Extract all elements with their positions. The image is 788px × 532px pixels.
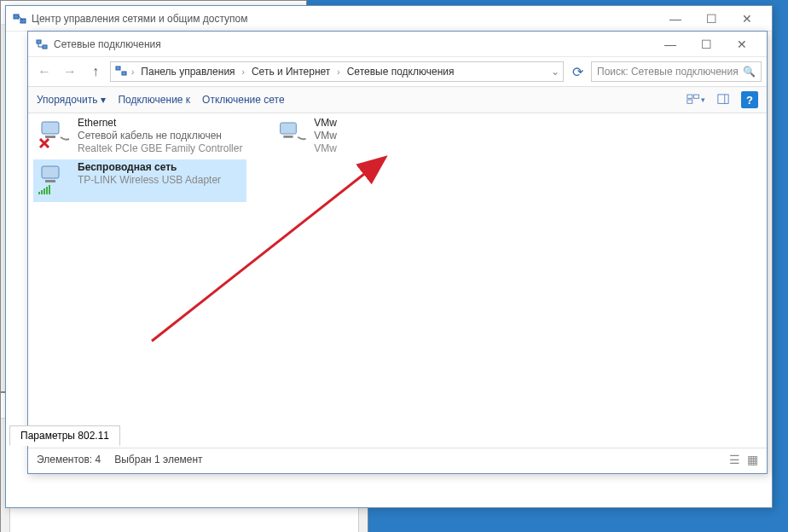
svg-rect-16	[42, 166, 59, 178]
item-status: VMw	[314, 130, 337, 142]
close-button[interactable]: ✕	[729, 7, 765, 31]
item-name: Ethernet	[78, 117, 243, 130]
svg-rect-4	[43, 45, 47, 49]
search-icon: 🔍	[743, 66, 756, 78]
svg-rect-14	[281, 123, 297, 134]
help-button[interactable]: ?	[741, 91, 758, 108]
back-button[interactable]: ←	[33, 61, 55, 83]
minimize-button[interactable]: —	[658, 7, 693, 31]
search-input[interactable]: Поиск: Сетевые подключения 🔍	[591, 61, 762, 82]
item-driver: Realtek PCIe GBE Family Controller	[78, 142, 243, 155]
breadcrumb-icon	[114, 64, 128, 80]
ethernet-disconnected-icon	[37, 117, 72, 153]
svg-rect-20	[43, 188, 45, 194]
chevron-right-icon: ›	[242, 67, 245, 77]
item-name: Беспроводная сеть	[78, 161, 243, 174]
svg-rect-21	[46, 187, 48, 194]
disable-device-button[interactable]: Отключение сете	[202, 94, 285, 106]
breadcrumb-part[interactable]: Панель управления	[137, 66, 238, 78]
network-center-icon	[13, 12, 26, 26]
ethernet-icon	[275, 117, 309, 153]
network-item-vmware[interactable]: VMw VMw VMw	[272, 115, 340, 158]
breadcrumb[interactable]: › Панель управления › Сеть и Интернет › …	[110, 61, 564, 82]
preview-pane-button[interactable]	[714, 92, 733, 107]
window-title: Центр управления сетями и общим доступом	[32, 13, 658, 25]
item-name: VMw	[314, 117, 337, 130]
nav-row: ← → ↑ › Панель управления › Сеть и Интер…	[28, 57, 767, 86]
view-dropdown[interactable]: ▾	[687, 92, 705, 107]
svg-rect-15	[283, 136, 293, 138]
tiles-view-icon[interactable]: ▦	[747, 453, 758, 466]
titlebar: Сетевые подключения — ☐ ✕	[28, 32, 767, 57]
chevron-down-icon: ▾	[101, 94, 106, 106]
svg-rect-12	[42, 122, 59, 134]
svg-rect-6	[122, 72, 126, 75]
maximize-button[interactable]: ☐	[693, 7, 729, 31]
organize-menu[interactable]: Упорядочить▾	[37, 94, 106, 106]
svg-rect-1	[20, 19, 26, 23]
item-driver: VMw	[314, 142, 337, 155]
breadcrumb-part[interactable]: Сеть и Интернет	[248, 66, 333, 78]
close-button[interactable]: ✕	[724, 32, 760, 56]
svg-rect-5	[116, 66, 120, 70]
minimize-button[interactable]: —	[652, 32, 688, 56]
wireless-icon	[37, 161, 72, 197]
chevron-right-icon: ›	[131, 67, 134, 77]
breadcrumb-dropdown[interactable]: ⌄	[551, 66, 559, 78]
svg-rect-17	[45, 180, 55, 182]
svg-rect-19	[41, 190, 43, 194]
svg-rect-7	[687, 95, 692, 98]
svg-rect-13	[45, 136, 55, 138]
svg-rect-0	[14, 14, 19, 19]
network-connections-icon	[35, 38, 49, 51]
selection-count: Выбран 1 элемент	[114, 454, 202, 466]
search-placeholder: Поиск: Сетевые подключения	[597, 66, 739, 78]
details-view-icon[interactable]: ☰	[729, 453, 740, 466]
connect-to-button[interactable]: Подключение к	[118, 94, 190, 106]
up-button[interactable]: ↑	[84, 61, 107, 83]
svg-rect-8	[694, 95, 699, 98]
content-area: Ethernet Сетевой кабель не подключен Rea…	[28, 113, 767, 448]
item-driver: TP-LINK Wireless USB Adapter	[78, 174, 243, 187]
statusbar: Элементов: 4 Выбран 1 элемент ☰ ▦	[28, 448, 767, 470]
forward-button: →	[59, 61, 81, 83]
network-item-ethernet[interactable]: Ethernet Сетевой кабель не подключен Rea…	[33, 115, 246, 158]
svg-rect-9	[687, 100, 692, 103]
svg-rect-3	[37, 40, 41, 43]
window-title: Сетевые подключения	[54, 38, 652, 50]
svg-rect-22	[49, 185, 50, 194]
breadcrumb-part[interactable]: Сетевые подключения	[344, 66, 458, 78]
network-connections-window: Сетевые подключения — ☐ ✕ ← → ↑ › Панель…	[27, 31, 768, 474]
svg-rect-10	[718, 95, 728, 104]
toolbar: Упорядочить▾ Подключение к Отключение се…	[28, 86, 767, 113]
item-status: Сетевой кабель не подключен	[78, 130, 243, 142]
refresh-button[interactable]: ⟳	[567, 61, 588, 82]
tab-80211-params[interactable]: Параметры 802.11	[9, 425, 120, 446]
titlebar: Центр управления сетями и общим доступом…	[6, 6, 772, 32]
network-item-wireless[interactable]: Беспроводная сеть TP-LINK Wireless USB A…	[33, 159, 246, 202]
maximize-button[interactable]: ☐	[688, 32, 724, 56]
item-count: Элементов: 4	[37, 454, 101, 466]
svg-rect-18	[38, 192, 40, 194]
chevron-right-icon: ›	[337, 67, 339, 77]
